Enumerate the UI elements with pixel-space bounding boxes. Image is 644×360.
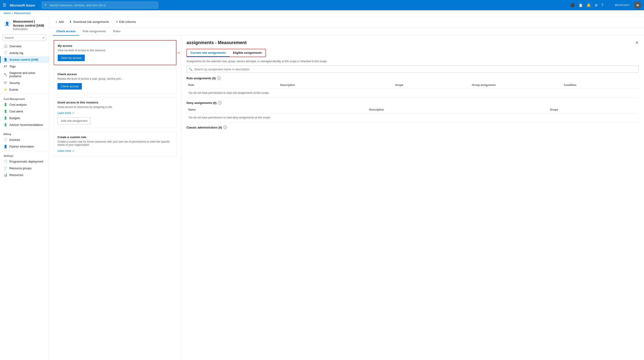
sidebar-item-label: Programmatic deployment [10,160,44,163]
sidebar-item-iam[interactable]: 👤 Access control (IAM) [0,56,49,63]
sidebar-item-advisor[interactable]: 💲 Advisor recommendations [0,121,49,128]
check-access-title: Check access [58,73,173,76]
sidebar-item-cost-alerts[interactable]: 💲 Cost alerts [0,108,49,115]
sidebar-item-programmatic[interactable]: 📄 Programmatic deployment [0,158,49,165]
sidebar-item-diagnose[interactable]: 🔧 Diagnose and solve problems [0,70,49,79]
topbar-icons: ⬛ 📋 🔔 ⚙ ? 👤 MICROSOFT M [570,2,641,9]
columns-button[interactable]: ≡ Edit columns [113,19,139,25]
external-link-icon: ↗ [72,112,74,114]
download-button[interactable]: ⬇ Download role assignments [66,19,112,25]
section-cost-management: Cost Management [0,95,49,101]
sidebar-item-label: Overview [10,45,22,48]
sidebar-item-security[interactable]: 🛡 Security [0,79,49,86]
sidebar-item-cost-analysis[interactable]: 💲 Cost analysis [0,101,49,108]
app-logo: Microsoft Azure [10,3,35,7]
left-panel: My access View my level of access to thi… [49,36,181,360]
portal-icon[interactable]: ⬛ [570,3,575,8]
sidebar-item-resource-groups[interactable]: 📄 Resource groups [0,165,49,171]
breadcrumb-resource[interactable]: Measurement [14,12,30,15]
tab-current-assignments[interactable]: Current role assignments [187,49,230,57]
sidebar-item-resources[interactable]: 📊 Resources [0,171,49,178]
tabs-bar: Check access Role assignments Roles [49,27,644,36]
sidebar-item-events[interactable]: ⚡ Events [0,86,49,93]
cost-alerts-icon: 💲 [4,109,7,113]
classic-admins-info-icon[interactable]: i [224,126,227,129]
sidebar-title: Measurement | Access control (IAM) [13,20,46,28]
global-search[interactable]: 🔍 Search resources, services, and docs (… [42,2,158,9]
breadcrumb-sep1: > [12,12,13,15]
sidebar-item-activity-log[interactable]: 📄 Activity log [0,50,49,56]
resources-icon: 📊 [4,173,7,177]
deny-col-name: Name [186,107,368,112]
events-icon: ⚡ [4,88,7,91]
tab-eligible-assignments[interactable]: Eligible assignments [230,49,266,57]
deny-col-description: Description [368,107,548,112]
sidebar-item-budgets[interactable]: 💲 Budgets [0,115,49,121]
username-label: MICROSOFT [615,4,630,7]
tab-role-assignments[interactable]: Role assignments [79,27,109,36]
grant-access-title: Grant access to this resource [58,101,173,104]
sidebar-item-tags[interactable]: 🏷 Tags [0,63,49,70]
invoices-icon: 📄 [4,138,7,141]
add-button[interactable]: + Add [53,19,66,25]
sidebar-subtitle: Subscription [13,28,46,31]
col-condition: Condition [562,83,639,88]
add-role-assignment-button[interactable]: Add role assignment [58,117,91,124]
sidebar-item-label: Security [10,81,20,85]
close-button[interactable]: ✕ [635,40,639,45]
my-access-card: My access View my level of access to thi… [54,40,176,65]
classic-admins-title: Classic administrators (0) [186,126,222,129]
columns-label: Edit columns [119,20,136,24]
breadcrumb-home[interactable]: Home [4,12,11,15]
feedback-icon[interactable]: 📋 [578,3,583,8]
custom-role-card: Create a custom role Create a custom rol… [54,132,176,156]
hamburger-icon[interactable]: ☰ [3,3,6,8]
content-panels: My access View my level of access to thi… [49,36,644,360]
sidebar-collapse-button[interactable]: « [42,36,44,39]
avatar[interactable]: M [634,2,641,9]
sidebar-header: 👤 Measurement | Access control (IAM) Sub… [0,16,49,33]
sidebar-search-input[interactable] [5,36,42,39]
deny-assignments-empty-message: You do not have permissions to read deny… [186,113,639,122]
resource-groups-icon: 📄 [4,166,7,170]
tab-check-access[interactable]: Check access [53,27,79,36]
custom-role-learn-more-link[interactable]: Learn more [58,149,71,152]
sidebar-item-label: Budgets [10,116,20,120]
sidebar: 👤 Measurement | Access control (IAM) Sub… [0,16,49,360]
user-icon[interactable]: 👤 [607,3,611,8]
sidebar-item-label: Cost alerts [10,110,23,113]
classic-admins-section-header: Classic administrators (0) i [186,126,639,129]
assignment-search-input[interactable] [194,68,636,71]
col-group-assignment: Group assignment [470,83,562,88]
overview-icon: ⬜ [4,44,7,48]
check-access-desc: Review the level of access a user, group… [58,77,173,80]
role-assignments-section-header: Role assignments (0) i [186,76,639,80]
diagnose-icon: 🔧 [4,73,7,76]
search-icon: 🔍 [189,68,192,71]
check-access-button[interactable]: Check access [58,83,82,90]
settings-icon[interactable]: ⚙ [594,3,598,8]
sidebar-item-invoices[interactable]: 📄 Invoices [0,136,49,143]
role-assignments-info-icon[interactable]: i [217,76,221,80]
sidebar-item-label: Cost analysis [10,103,26,106]
columns-icon: ≡ [116,20,118,24]
bell-icon[interactable]: 🔔 [586,3,591,8]
sidebar-item-label: Activity log [10,51,23,55]
tab-roles[interactable]: Roles [109,27,124,36]
download-label: Download role assignments [73,20,109,24]
custom-role-title: Create a custom role [58,135,173,139]
download-icon: ⬇ [69,20,72,24]
activity-log-icon: 📄 [4,51,7,55]
help-icon[interactable]: ? [601,3,603,7]
deny-assignments-info-icon[interactable]: i [218,101,222,105]
grant-access-card: Grant access to this resource Grant acce… [54,97,176,128]
assignment-search-box[interactable]: 🔍 [186,66,639,73]
iam-icon: 👤 [4,58,7,61]
grant-learn-more-link[interactable]: Learn more [58,111,71,115]
view-my-access-button[interactable]: View my access [58,55,85,61]
sidebar-item-partner[interactable]: 👤 Partner information [0,143,49,150]
sidebar-search-box[interactable]: « [3,34,46,41]
col-description: Description [278,83,393,88]
sidebar-item-overview[interactable]: ⬜ Overview [0,43,49,50]
assignment-description: Assignments for the selected user, group… [186,60,639,63]
